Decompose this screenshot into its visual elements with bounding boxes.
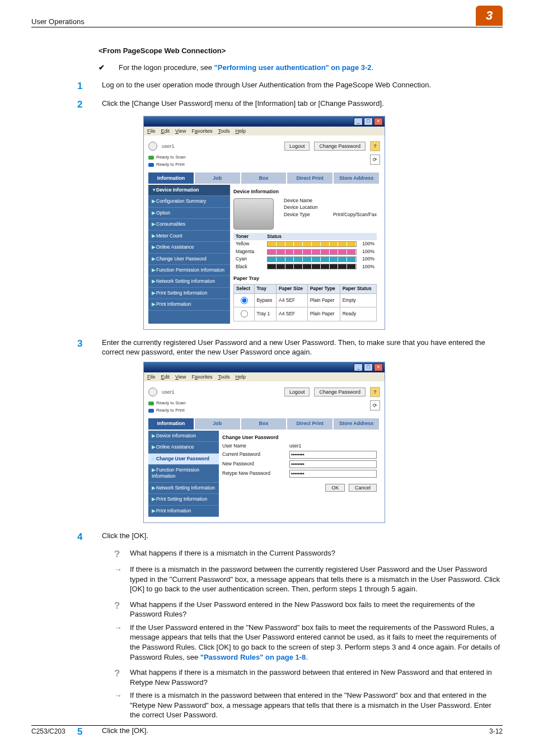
print-status-icon bbox=[148, 163, 154, 167]
arrow-icon: → bbox=[114, 564, 123, 594]
sidebar-item-consumables[interactable]: ▶Consumables bbox=[148, 219, 230, 230]
tab-information[interactable]: Information bbox=[148, 172, 194, 184]
faq-q2: What happens if the User Password entere… bbox=[130, 600, 503, 619]
sidebar-item-function-permission[interactable]: ▶Function Permission Information bbox=[148, 265, 230, 276]
tab-store-address[interactable]: Store Address bbox=[334, 172, 379, 184]
step-5-text: Click the [OK]. bbox=[102, 726, 503, 739]
sidebar-item-option[interactable]: ▶Option bbox=[148, 208, 230, 219]
footer-model: C253/C203 bbox=[31, 727, 65, 736]
intro-link[interactable]: "Performing user authentication" on page… bbox=[214, 63, 372, 72]
sidebar-item-device-information[interactable]: ▶Device Information bbox=[148, 431, 219, 442]
username-value: user1 bbox=[289, 443, 301, 449]
table-row: Bypass A4 SEF Plain Paper Empty bbox=[234, 293, 377, 307]
minimize-button[interactable]: _ bbox=[354, 363, 363, 371]
sidebar-item-meter-count[interactable]: ▶Meter Count bbox=[148, 231, 230, 242]
maximize-button[interactable]: □ bbox=[364, 363, 373, 371]
tray-radio-bypass[interactable] bbox=[241, 297, 248, 304]
step-1-number: 1 bbox=[77, 80, 90, 93]
sidebar-item-change-user-password[interactable]: ▶Change User Password bbox=[148, 454, 219, 465]
tab-box[interactable]: Box bbox=[241, 172, 287, 184]
tab-store-address[interactable]: Store Address bbox=[334, 418, 379, 430]
sidebar: ▼Device Information ▶Configuration Summa… bbox=[148, 185, 230, 324]
minimize-button[interactable]: _ bbox=[354, 118, 363, 125]
tab-direct-print[interactable]: Direct Print bbox=[287, 172, 332, 184]
ok-button[interactable]: OK bbox=[325, 484, 345, 492]
tab-job[interactable]: Job bbox=[195, 172, 240, 184]
main-panel: Change User Password User Nameuser1 Curr… bbox=[219, 431, 380, 517]
header-rule bbox=[31, 27, 503, 27]
paper-tray-heading: Paper Tray bbox=[233, 275, 377, 282]
user-icon bbox=[148, 142, 157, 151]
new-password-input[interactable] bbox=[289, 460, 377, 468]
password-rules-link[interactable]: "Password Rules" on page 1-8 bbox=[200, 653, 306, 661]
sidebar: ▶Device Information ▶Online Assistance ▶… bbox=[148, 431, 219, 517]
main-panel: Device Information Device Name Device Lo… bbox=[230, 185, 380, 324]
check-icon: ✔ bbox=[99, 63, 109, 73]
main-tabs: Information Job Box Direct Print Store A… bbox=[148, 172, 380, 184]
sidebar-item-online-assistance[interactable]: ▶Online Assistance bbox=[148, 442, 219, 453]
tab-direct-print[interactable]: Direct Print bbox=[287, 418, 332, 430]
window-titlebar: _ □ × bbox=[144, 116, 385, 127]
change-password-button[interactable]: Change Password bbox=[314, 142, 366, 151]
main-tabs: Information Job Box Direct Print Store A… bbox=[148, 418, 380, 430]
tray-radio-tray1[interactable] bbox=[241, 310, 248, 318]
sidebar-item-online-assistance[interactable]: ▶Online Assistance bbox=[148, 242, 230, 253]
username-label: user1 bbox=[162, 143, 175, 150]
chapter-number: 3 bbox=[486, 7, 493, 24]
sidebar-item-network-setting[interactable]: ▶Network Setting Information bbox=[148, 483, 219, 494]
sidebar-item-print-setting[interactable]: ▶Print Setting Information bbox=[148, 288, 230, 299]
tab-job[interactable]: Job bbox=[195, 418, 240, 430]
tab-information[interactable]: Information bbox=[148, 418, 194, 430]
browser-menubar[interactable]: FileEditViewFavoritesToolsHelp bbox=[144, 127, 385, 136]
table-row: Tray 1 A4 SEF Plain Paper Ready bbox=[234, 307, 377, 321]
window-titlebar: _ □ × bbox=[144, 362, 385, 372]
question-icon: ? bbox=[114, 548, 123, 561]
close-button[interactable]: × bbox=[374, 118, 383, 125]
faq-a2: If the User Password entered in the "New… bbox=[130, 623, 503, 662]
sidebar-item-print-information[interactable]: ▶Print Information bbox=[148, 506, 219, 517]
maximize-button[interactable]: □ bbox=[364, 118, 373, 125]
sidebar-item-change-user-password[interactable]: ▶Change User Password bbox=[148, 254, 230, 265]
retype-password-input[interactable] bbox=[289, 470, 377, 478]
faq-a3: If there is a mismatch in the password b… bbox=[130, 690, 503, 720]
step-5-number: 5 bbox=[77, 726, 90, 739]
refresh-icon[interactable]: ⟳ bbox=[370, 155, 380, 165]
faq-q3: What happens if there is a mismatch in t… bbox=[130, 668, 503, 687]
sidebar-item-print-information[interactable]: ▶Print Information bbox=[148, 299, 230, 310]
step-2-text: Click the [Change User Password] menu of… bbox=[102, 99, 503, 111]
tab-box[interactable]: Box bbox=[241, 418, 287, 430]
change-password-button[interactable]: Change Password bbox=[314, 388, 366, 396]
cancel-button[interactable]: Cancel bbox=[349, 484, 377, 492]
arrow-icon: → bbox=[114, 623, 123, 662]
current-password-input[interactable] bbox=[289, 451, 377, 459]
step-3-number: 3 bbox=[77, 338, 90, 357]
scan-status-icon bbox=[148, 156, 154, 160]
faq-a1: If there is a mismatch in the password b… bbox=[130, 564, 503, 594]
change-password-heading: Change User Password bbox=[222, 434, 377, 441]
step-4-number: 4 bbox=[77, 531, 90, 544]
browser-menubar[interactable]: FileEditViewFavoritesToolsHelp bbox=[144, 372, 385, 381]
intro-text: For the logon procedure, see "Performing… bbox=[119, 63, 503, 73]
sidebar-item-function-permission[interactable]: ▶Function Permission Information bbox=[148, 465, 219, 483]
toner-bar-yellow bbox=[267, 241, 357, 247]
logout-button[interactable]: Logout bbox=[284, 388, 310, 396]
device-image bbox=[233, 198, 274, 230]
close-button[interactable]: × bbox=[374, 363, 383, 371]
sidebar-item-print-setting[interactable]: ▶Print Setting Information bbox=[148, 494, 219, 505]
print-status-icon bbox=[148, 409, 154, 413]
toner-bar-magenta bbox=[267, 249, 357, 255]
help-icon[interactable]: ? bbox=[370, 387, 380, 397]
sidebar-item-network-setting[interactable]: ▶Network Setting Information bbox=[148, 276, 230, 287]
scan-status-icon bbox=[148, 402, 154, 405]
step-3-text: Enter the currently registered User Pass… bbox=[102, 338, 503, 357]
sidebar-item-device-information[interactable]: ▼Device Information bbox=[148, 185, 230, 196]
sidebar-item-configuration-summary[interactable]: ▶Configuration Summary bbox=[148, 196, 230, 207]
question-icon: ? bbox=[114, 668, 123, 687]
refresh-icon[interactable]: ⟳ bbox=[370, 400, 380, 410]
help-icon[interactable]: ? bbox=[370, 141, 380, 151]
logout-button[interactable]: Logout bbox=[284, 142, 310, 151]
screenshot-device-info: _ □ × FileEditViewFavoritesToolsHelp use… bbox=[143, 116, 385, 330]
user-icon bbox=[148, 388, 157, 396]
step-2-number: 2 bbox=[77, 99, 90, 111]
toner-bar-cyan bbox=[267, 256, 357, 262]
